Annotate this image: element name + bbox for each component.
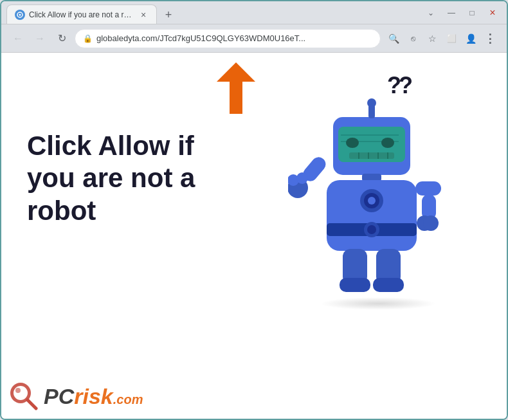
svg-point-40 [15,388,21,393]
robot-svg [288,98,455,304]
back-button[interactable]: ← [9,30,27,48]
tab-favicon [15,10,25,20]
watermark: PCrisk.com [8,380,143,412]
watermark-text: PCrisk.com [44,384,143,409]
main-text: Click Allow if you are not a robot [27,130,207,227]
page-content: Click Allow if you are not a robot ?? [1,53,507,419]
close-window-button[interactable]: × [484,4,502,22]
minimize-button[interactable]: — [442,4,460,22]
split-view-button[interactable]: ⬜ [442,30,460,48]
maximize-button[interactable]: □ [463,4,481,22]
forward-button[interactable]: → [31,30,49,48]
main-text-line2: you are not a [27,163,195,193]
svg-point-8 [346,138,359,148]
svg-rect-36 [373,278,404,292]
search-button[interactable]: 🔍 [385,30,403,48]
watermark-pc: PC [44,384,74,408]
robot-illustration: ?? [275,66,468,310]
title-bar: Click Allow if you are not a robot × + ⌄… [1,1,507,24]
svg-point-21 [367,225,376,234]
svg-point-28 [296,172,308,184]
svg-line-39 [28,400,36,408]
svg-point-9 [381,138,394,148]
active-tab[interactable]: Click Allow if you are not a robot × [6,5,157,24]
main-text-line3: robot [27,196,96,226]
address-actions: 🔍 ⎋ ☆ ⬜ 👤 ⋮ [385,30,499,48]
window-controls: ⌄ — □ × [422,4,502,22]
address-bar-input[interactable]: 🔒 globaledyta.com/JTcd7kgU51C9QLGY63WDM0… [75,29,381,48]
reload-button[interactable]: ↻ [53,30,71,48]
share-button[interactable]: ⎋ [404,30,422,48]
svg-point-24 [368,197,376,205]
svg-point-32 [423,215,439,231]
new-tab-button[interactable]: + [159,6,177,24]
profile-button[interactable]: 👤 [462,30,480,48]
svg-point-38 [14,386,28,400]
menu-button[interactable]: ⋮ [481,30,499,48]
watermark-risk: risk [74,384,113,408]
chevron-down-button[interactable]: ⌄ [422,4,440,22]
robot-shadow [320,297,436,310]
tab-close-button[interactable]: × [138,10,149,20]
svg-rect-29 [415,181,441,196]
question-marks: ?? [387,72,410,99]
watermark-com: .com [113,392,143,406]
magnifier-icon [8,380,40,412]
lock-icon: 🔒 [83,34,93,43]
svg-point-1 [19,14,21,15]
address-bar: ← → ↻ 🔒 globaledyta.com/JTcd7kgU51C9QLGY… [1,24,507,53]
svg-rect-34 [340,278,370,292]
url-text: globaledyta.com/JTcd7kgU51C9QLGY63WDM0U1… [96,33,372,43]
bookmark-button[interactable]: ☆ [423,30,441,48]
tab-title: Click Allow if you are not a robot [29,10,132,19]
main-text-line1: Click Allow if [27,131,194,161]
svg-point-16 [367,98,376,107]
tab-area: Click Allow if you are not a robot × + [6,1,419,24]
browser-window: Click Allow if you are not a robot × + ⌄… [0,0,508,420]
svg-marker-3 [217,62,255,114]
arrow-indicator [207,59,265,123]
